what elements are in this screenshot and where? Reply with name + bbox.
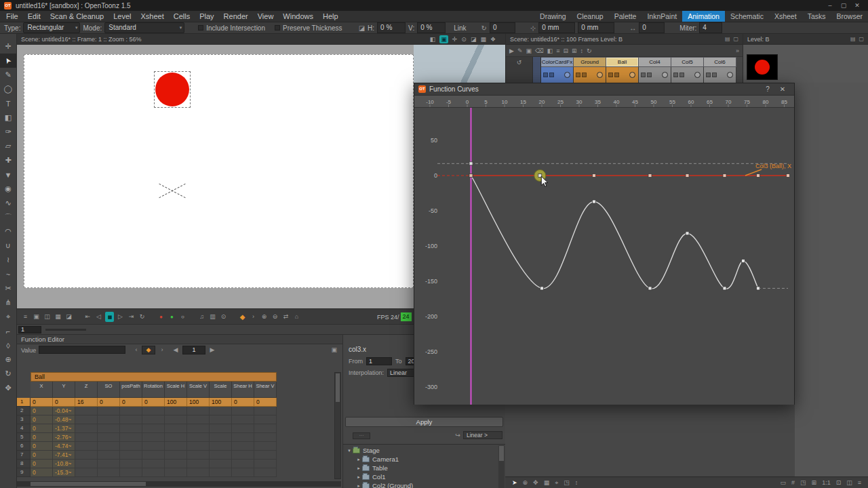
fe-cell[interactable]: 0 [31,442,53,451]
pause-button[interactable]: ▮▮ [105,312,114,322]
set-key-button[interactable]: ◆ [142,346,155,354]
field-guide-icon[interactable]: ◪ [64,312,73,322]
field-guide-icon[interactable]: ◪ [471,35,477,43]
toolbar-field[interactable]: 4 [699,22,722,33]
snapshot-icon[interactable]: ▣ [32,312,41,322]
reset-view-icon[interactable]: ⌂ [292,312,301,322]
eraser-tool[interactable]: ▱ [0,139,16,153]
fe-cell[interactable] [232,451,254,460]
fe-cell[interactable]: -2.76~ [53,433,75,442]
fe-cell[interactable]: 0 [142,398,165,407]
stage-tree-item-camera1[interactable]: ▸Camera1 [343,455,505,464]
fe-cell[interactable]: 0 [232,398,254,407]
fe-column-header-shear-v[interactable]: Shear V [254,382,277,398]
fe-column-header-pospath[interactable]: posPath [120,382,142,398]
fe-cell[interactable] [165,442,187,451]
stage-scrollbar[interactable] [498,445,505,488]
tree-caret-icon[interactable]: ▸ [355,457,362,462]
camera-toggle-icon[interactable] [706,73,711,77]
selection-tool[interactable]: ➤ [0,54,16,68]
fe-cell[interactable] [232,415,254,424]
xsheet-toolbar-icon[interactable]: ↕ [580,47,584,54]
fe-cell[interactable] [142,415,165,424]
console-menu-icon[interactable]: ≡ [21,312,30,322]
fe-cell[interactable] [165,407,187,415]
xsheet-toolbar-icon[interactable]: ⊞ [572,47,577,54]
xsheet-column-config[interactable] [606,67,639,83]
rgb-picker-tool[interactable]: ◉ [0,182,16,196]
flip-view-icon[interactable]: ↕ [575,477,578,488]
fe-cell[interactable] [232,460,254,468]
camera-toggle-icon[interactable] [641,73,646,77]
function-curves-graph[interactable]: -10-505101520253035404550556065707580855… [414,96,794,405]
fe-cell[interactable]: 100 [187,398,210,407]
menu-help[interactable]: Help [318,11,343,22]
fe-cell[interactable]: 0 [31,415,53,424]
menu-icon[interactable]: ≡ [858,477,861,488]
menu-windows[interactable]: Windows [278,11,318,22]
help-button[interactable]: ? [760,83,775,95]
scrollbar-thumb[interactable] [31,482,146,486]
fill-tool[interactable]: ◧ [0,110,16,125]
menu-level[interactable]: Level [108,11,136,22]
loading-box-icon[interactable]: ▭ [781,477,787,488]
cutter-tool[interactable]: ✂ [0,281,16,296]
menu-xsheet[interactable]: Xsheet [136,11,169,22]
prev-frame-button[interactable]: ◁ [94,312,103,322]
room-tab-cleanup[interactable]: Cleanup [572,11,609,22]
fe-cell[interactable]: -1.37~ [53,424,75,433]
fe-column-header-x[interactable]: X [31,382,53,398]
fit-view-icon[interactable]: ◳ [564,477,570,488]
fe-cell[interactable] [120,460,142,468]
fe-cell[interactable] [75,407,98,415]
more-icon[interactable]: » [736,47,743,54]
step-select[interactable]: Linear > [463,431,502,439]
xsheet-toolbar-icon[interactable]: ⌫ [535,47,544,54]
fe-cell[interactable]: -0.48~ [53,415,75,424]
fit-window-icon[interactable]: ⊡ [836,477,842,488]
fe-cell[interactable]: 0 [31,433,53,442]
set-key-button[interactable]: ◆ [238,312,247,322]
fe-cell[interactable] [142,442,165,451]
fe-cell[interactable] [75,460,98,468]
table-view-icon[interactable]: ▦ [544,477,550,488]
fe-cell[interactable] [120,442,142,451]
xsheet-column-header[interactable]: Ground [574,57,606,67]
toolbar-field[interactable]: 0 % [377,22,406,33]
room-tab-tasks[interactable]: Tasks [802,11,831,22]
camera3d-icon[interactable]: ▣ [439,35,448,43]
stage-tree-item-col2-ground[interactable]: ▸Col2 (Ground) [343,481,505,488]
xsheet-toolbar-icon[interactable]: ≡ [556,47,559,54]
lock-toggle-icon[interactable] [727,72,733,78]
menu-edit[interactable]: Edit [23,11,45,22]
fe-vertical-scrollbar[interactable] [334,372,341,479]
fe-cell[interactable] [232,424,254,433]
room-tab-schematic[interactable]: Schematic [725,11,769,22]
fe-cell[interactable] [120,468,142,477]
scrollbar-thumb[interactable] [499,446,504,461]
toolbar-field[interactable]: 0 mm [538,22,575,33]
loop-button[interactable]: ↻ [138,312,146,322]
toolbar-select-standard[interactable]: Standard [104,22,184,33]
fe-cell[interactable] [254,433,277,442]
xsheet-column-header[interactable]: Col4 [639,57,671,67]
fe-cell[interactable] [210,415,232,424]
xsheet-frame-gutter[interactable]: ↺ [506,57,533,83]
toolbar-field[interactable]: 0 % [417,22,446,33]
menu-cells[interactable]: Cells [169,11,195,22]
fe-cell[interactable]: 0 [98,398,120,407]
tracker-tool[interactable]: ⌖ [0,310,16,324]
room-tab-animation[interactable]: Animation [682,11,725,22]
tree-caret-icon[interactable]: ▸ [355,466,362,471]
fe-column-header-scale-h[interactable]: Scale H [165,382,187,398]
stage-object-header[interactable]: Ball [31,372,277,382]
fe-cell[interactable] [75,468,98,477]
fe-cell[interactable] [210,407,232,415]
tape-tool[interactable]: ✚ [0,153,16,167]
xsheet-column-header[interactable]: ColorCardFx [541,57,574,67]
frame-field[interactable]: 1 [18,326,41,333]
fe-cell[interactable] [142,407,165,415]
menu-file[interactable]: File [1,11,23,22]
fe-cell[interactable]: -15.3~ [53,468,75,477]
fe-cell[interactable] [210,442,232,451]
